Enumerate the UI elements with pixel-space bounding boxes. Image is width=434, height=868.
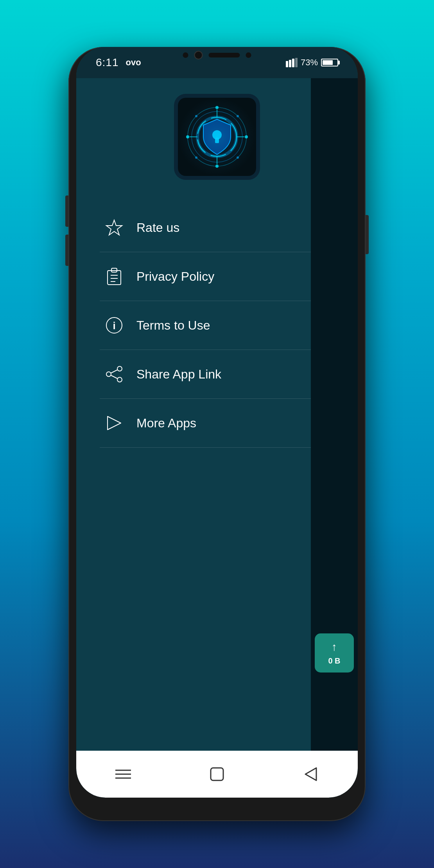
svg-point-8 [215, 165, 219, 168]
phone-device: 6:11 ovo 73% [68, 47, 366, 821]
svg-point-33 [117, 377, 122, 382]
front-camera [194, 51, 203, 59]
svg-marker-24 [106, 220, 122, 235]
menu-item-share-app-link[interactable]: Share App Link › [100, 350, 334, 399]
upload-arrow-icon: ↑ [332, 641, 337, 653]
side-panel: ↑ 0 B [311, 78, 358, 751]
sensor2 [246, 52, 251, 58]
clipboard-icon [104, 266, 125, 287]
status-carrier: ovo [126, 57, 141, 68]
notch [183, 47, 251, 59]
info-icon: i [104, 315, 125, 336]
menu-item-more-apps[interactable]: More Apps › [100, 399, 334, 448]
upload-speed-text: 0 B [328, 656, 340, 665]
svg-point-19 [198, 118, 236, 156]
status-bar: 6:11 ovo 73% [76, 47, 358, 78]
svg-point-32 [117, 366, 122, 371]
more-apps-label: More Apps [136, 416, 326, 430]
upload-speed-widget: ↑ 0 B [315, 633, 354, 673]
triangle-icon [305, 767, 317, 781]
menu-list: Rate us › [100, 203, 334, 448]
svg-point-10 [245, 135, 248, 138]
svg-rect-25 [108, 271, 121, 285]
power-button[interactable] [366, 215, 369, 254]
star-icon [104, 217, 125, 238]
network-icon [286, 58, 298, 67]
share-app-link-label: Share App Link [136, 367, 326, 382]
volume-down-button[interactable] [65, 235, 68, 266]
share-icon [104, 364, 125, 385]
svg-rect-0 [286, 61, 288, 67]
svg-point-14 [237, 156, 239, 159]
volume-up-button[interactable] [65, 195, 68, 227]
svg-rect-3 [295, 58, 298, 67]
svg-rect-2 [292, 59, 294, 67]
terms-to-use-label: Terms to Use [136, 318, 326, 333]
svg-point-7 [215, 106, 219, 109]
menu-item-rate-us[interactable]: Rate us › [100, 203, 334, 252]
nav-menu-button[interactable] [111, 766, 135, 782]
privacy-policy-label: Privacy Policy [136, 269, 326, 284]
svg-point-9 [186, 135, 189, 138]
battery-icon [321, 59, 338, 66]
battery-percent: 73% [301, 57, 318, 68]
svg-line-36 [111, 375, 117, 378]
svg-marker-42 [305, 768, 316, 780]
status-right-icons: 73% [286, 57, 338, 68]
app-icon [174, 94, 260, 180]
nav-back-button[interactable] [299, 766, 323, 782]
svg-text:i: i [113, 320, 115, 332]
hamburger-icon [115, 768, 131, 780]
nav-home-button[interactable] [205, 766, 229, 782]
rate-us-label: Rate us [136, 221, 326, 235]
status-time: 6:11 [96, 56, 119, 69]
svg-rect-41 [211, 768, 223, 780]
bottom-navigation [76, 751, 358, 798]
svg-point-34 [106, 372, 111, 377]
play-store-icon [104, 412, 125, 434]
app-icon-graphic [178, 98, 256, 176]
menu-item-privacy-policy[interactable]: Privacy Policy › [100, 252, 334, 301]
svg-rect-1 [289, 60, 291, 67]
svg-point-11 [195, 115, 197, 117]
sensor [183, 52, 188, 58]
svg-line-35 [111, 370, 117, 373]
speaker [209, 53, 240, 57]
square-icon [210, 767, 224, 781]
menu-item-terms-to-use[interactable]: i Terms to Use › [100, 301, 334, 350]
svg-point-13 [195, 156, 197, 159]
phone-screen: 6:11 ovo 73% [76, 47, 358, 798]
svg-point-12 [237, 115, 239, 117]
